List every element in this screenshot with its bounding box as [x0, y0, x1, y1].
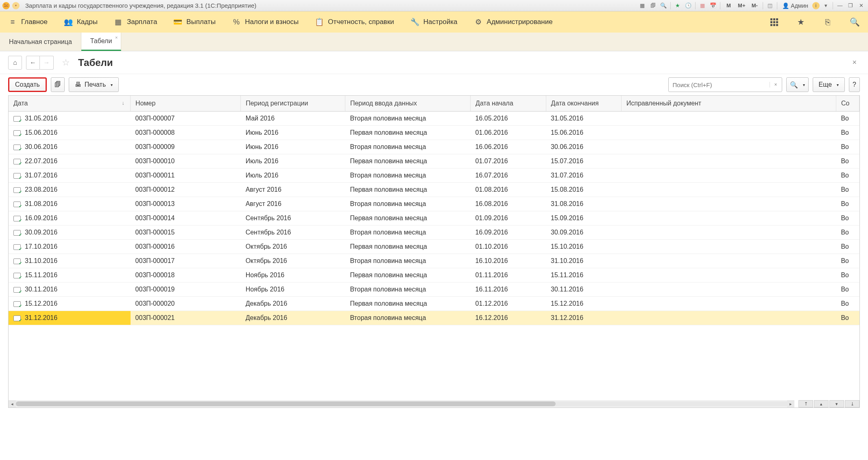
- create-button[interactable]: Создать: [8, 77, 47, 92]
- table-cell: Во: [836, 112, 859, 126]
- table-header-row: Дата↓НомерПериод регистрацииПериод ввода…: [9, 96, 859, 112]
- table-row[interactable]: 15.06.2016003П-000008Июнь 2016Первая пол…: [9, 126, 859, 140]
- maximize-button[interactable]: ❐: [846, 2, 855, 10]
- back-button[interactable]: ←: [26, 56, 40, 70]
- home-button[interactable]: ⌂: [8, 56, 22, 70]
- app-logo-icon: 1c: [2, 2, 10, 9]
- minimize-button[interactable]: —: [835, 2, 844, 10]
- table-row[interactable]: 31.12.2016003П-000021Декабрь 2016Вторая …: [9, 311, 859, 325]
- dropdown-caret-icon[interactable]: ▾: [821, 2, 830, 10]
- table-cell: 16.09.2016: [9, 211, 131, 226]
- menu-item-2[interactable]: ▦Зарплата: [114, 18, 157, 26]
- column-header[interactable]: Дата начала: [471, 96, 546, 112]
- page-header: ⌂ ← → ☆ Табели ×: [0, 51, 868, 74]
- tb-icon-3[interactable]: 🔍: [659, 2, 668, 10]
- goto-bottom-button[interactable]: ⤓: [845, 400, 859, 407]
- close-page-button[interactable]: ×: [849, 58, 860, 67]
- page-title: Табели: [78, 57, 113, 68]
- table-cell: Ноябрь 2016: [241, 268, 345, 283]
- menu-item-1[interactable]: 👥Кадры: [64, 18, 98, 26]
- table-row[interactable]: 15.11.2016003П-000018Ноябрь 2016Первая п…: [9, 268, 859, 283]
- scroll-left-icon[interactable]: ◂: [9, 400, 16, 407]
- menu-item-7[interactable]: ⚙Администрирование: [474, 18, 553, 26]
- info-icon[interactable]: i: [812, 2, 820, 9]
- star-icon[interactable]: ★: [796, 17, 806, 27]
- table-cell: 31.08.2016: [9, 197, 131, 211]
- search-dropdown-button[interactable]: 🔍 ▾: [786, 77, 809, 92]
- column-header[interactable]: Дата↓: [9, 96, 131, 112]
- column-header[interactable]: Период ввода данных: [345, 96, 470, 112]
- column-header[interactable]: Дата окончания: [546, 96, 621, 112]
- menu-item-3[interactable]: 💳Выплаты: [173, 18, 216, 26]
- user-label[interactable]: 👤 Админ: [780, 2, 811, 9]
- close-window-button[interactable]: ✕: [857, 2, 866, 10]
- panel-toggle-icon[interactable]: ◫: [765, 2, 774, 10]
- menu-item-4[interactable]: %Налоги и взносы: [232, 18, 299, 26]
- column-header[interactable]: Период регистрации: [241, 96, 345, 112]
- table-cell: Июль 2016: [241, 154, 345, 169]
- table-row[interactable]: 30.06.2016003П-000009Июнь 2016Вторая пол…: [9, 140, 859, 154]
- table-row[interactable]: 17.10.2016003П-000016Октябрь 2016Первая …: [9, 240, 859, 254]
- menu-item-0[interactable]: ≡Главное: [8, 18, 48, 26]
- favorite-icon[interactable]: ★: [673, 2, 682, 10]
- table-cell: Во: [836, 197, 859, 211]
- table-row[interactable]: 22.07.2016003П-000010Июль 2016Первая пол…: [9, 154, 859, 169]
- close-tab-icon[interactable]: ×: [115, 35, 118, 40]
- table-cell: 30.11.2016: [546, 283, 621, 297]
- history-icon[interactable]: 🕓: [684, 2, 693, 10]
- table-cell: 003П-000020: [131, 297, 241, 311]
- table-cell: Вторая половина месяца: [345, 226, 470, 240]
- goto-top-button[interactable]: ⤒: [798, 400, 813, 407]
- clipboard-icon[interactable]: ⎘: [822, 17, 833, 27]
- tb-icon-1[interactable]: ▦: [638, 2, 647, 10]
- calculator-icon[interactable]: ▦: [698, 2, 707, 10]
- menu-item-6[interactable]: 🔧Настройка: [410, 18, 458, 26]
- table-row[interactable]: 31.07.2016003П-000011Июль 2016Вторая пол…: [9, 169, 859, 183]
- calendar-icon[interactable]: 📅: [709, 2, 718, 10]
- memory-m[interactable]: M: [723, 2, 734, 10]
- search-input[interactable]: [669, 81, 770, 88]
- table-cell: Август 2016: [241, 183, 345, 197]
- menu-item-5[interactable]: 📋Отчетность, справки: [315, 18, 394, 26]
- table-row[interactable]: 30.09.2016003П-000015Сентябрь 2016Вторая…: [9, 226, 859, 240]
- column-header[interactable]: Исправленный документ: [622, 96, 836, 112]
- scroll-up-button[interactable]: ▴: [814, 400, 829, 407]
- memory-mminus[interactable]: M-: [749, 2, 760, 10]
- document-status-icon: [13, 202, 21, 207]
- more-button[interactable]: Еще ▾: [813, 77, 845, 92]
- table-body: 31.05.2016003П-000007Май 2016Вторая поло…: [9, 112, 859, 325]
- table-cell: Вторая половина месяца: [345, 112, 470, 126]
- table-row[interactable]: 23.08.2016003П-000012Август 2016Первая п…: [9, 183, 859, 197]
- scroll-right-icon[interactable]: ▸: [787, 400, 794, 407]
- column-header[interactable]: Со: [836, 96, 859, 112]
- table-cell: 30.06.2016: [9, 140, 131, 154]
- table-cell: Во: [836, 154, 859, 169]
- tab-0[interactable]: Начальная страница: [0, 33, 81, 51]
- scroll-down-button[interactable]: ▾: [829, 400, 844, 407]
- table-cell: Вторая половина месяца: [345, 140, 470, 154]
- tab-1[interactable]: Табели×: [81, 33, 122, 51]
- forward-button[interactable]: →: [40, 56, 54, 70]
- apps-grid-icon[interactable]: [769, 17, 779, 27]
- column-header[interactable]: Номер: [131, 96, 241, 112]
- table-row[interactable]: 31.08.2016003П-000013Август 2016Вторая п…: [9, 197, 859, 211]
- favorite-star-icon[interactable]: ☆: [62, 57, 70, 68]
- app-menu-dropdown-icon[interactable]: ▾: [12, 2, 20, 9]
- table-row[interactable]: 15.12.2016003П-000020Декабрь 2016Первая …: [9, 297, 859, 311]
- help-button[interactable]: ?: [849, 77, 860, 92]
- table-row[interactable]: 30.11.2016003П-000019Ноябрь 2016Вторая п…: [9, 283, 859, 297]
- tb-icon-2[interactable]: 🗐: [648, 2, 657, 10]
- table-row[interactable]: 31.10.2016003П-000017Октябрь 2016Вторая …: [9, 254, 859, 268]
- horizontal-scrollbar[interactable]: ◂ ▸: [9, 400, 794, 407]
- document-status-icon: [13, 273, 21, 278]
- memory-mplus[interactable]: M+: [736, 2, 747, 10]
- table-row[interactable]: 31.05.2016003П-000007Май 2016Вторая поло…: [9, 112, 859, 126]
- table-cell: Август 2016: [241, 197, 345, 211]
- clear-search-button[interactable]: ×: [770, 82, 782, 88]
- search-icon[interactable]: 🔍: [849, 17, 860, 27]
- copy-button[interactable]: 🗐: [51, 77, 65, 92]
- print-button[interactable]: 🖶 Печать ▾: [69, 77, 119, 92]
- sort-indicator-icon: ↓: [122, 100, 125, 106]
- table-row[interactable]: 16.09.2016003П-000014Сентябрь 2016Первая…: [9, 211, 859, 226]
- table-cell: 31.05.2016: [546, 112, 621, 126]
